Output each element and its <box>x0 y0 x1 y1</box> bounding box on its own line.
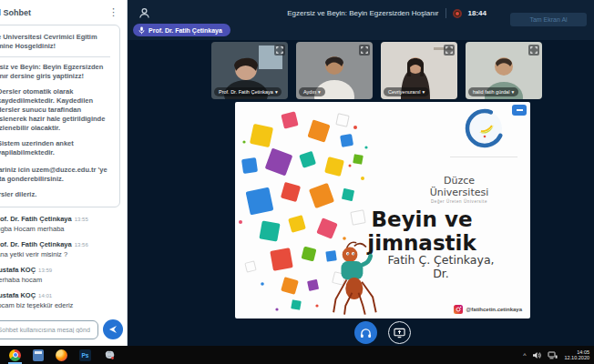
fullscreen-icon[interactable] <box>274 45 285 56</box>
chat-welcome-line: Düzce Universitesi Cevrimici Egitim Sist… <box>0 33 110 51</box>
message-time: 13:59 <box>38 268 52 273</box>
message-time: 13:56 <box>75 242 88 248</box>
chat-panel-title: Genel Sohbet <box>0 8 31 17</box>
fullscreen-icon[interactable] <box>528 45 539 56</box>
microphone-icon <box>138 26 145 35</box>
logo-divider <box>450 157 517 157</box>
fullscreen-icon[interactable] <box>444 45 455 56</box>
chat-info-line: Dersler otomatik olarak kaydedilmektedir… <box>0 87 110 133</box>
screen-share-button[interactable] <box>388 321 411 344</box>
chat-closing-line: Iyi dersler dileriz. <box>0 190 110 199</box>
clock-date: 12.10.2020 <box>564 355 589 361</box>
network-icon[interactable] <box>548 351 558 359</box>
instagram-icon <box>454 305 463 314</box>
meeting-title: Egzersiz ve Beyin: Beyin Egzersizden Hoş… <box>287 9 438 17</box>
chat-contact-line: Sorulariniz icin uzem@duzce.edu.tr 'ye e… <box>0 166 110 184</box>
record-timer: 18:44 <box>468 9 486 17</box>
webcam-tile[interactable]: Prof. Dr. Fatih Çetinkaya▾ <box>211 42 288 99</box>
fullscreen-icon[interactable] <box>359 45 370 56</box>
presenter-badge: Prof. Dr. Fatih Çetinkaya <box>133 24 230 36</box>
send-icon <box>108 325 118 334</box>
taskbar-calculator-icon[interactable] <box>33 346 44 364</box>
message-text: bana yetki verir misiniz ? <box>0 250 122 258</box>
fullscreen-tooltip: Tam Ekran Al <box>510 13 587 26</box>
chevron-down-icon: ▾ <box>318 89 321 95</box>
webcam-tile[interactable]: Aydın▾ <box>296 42 373 99</box>
chat-info-line: Sistem uzerinden anket yapilabilmektedir… <box>0 139 110 157</box>
webcam-name-pill[interactable]: Cevriyenuranıl▾ <box>384 87 429 96</box>
chat-welcome-box: Düzce Universitesi Cevrimici Egitim Sist… <box>0 25 120 207</box>
chat-message: Prof. Dr. Fatih Çetinkaya13:56 bana yetk… <box>0 240 122 258</box>
chat-message: Prof. Dr. Fatih Çetinkaya13:55 Tugba Hoc… <box>0 215 122 233</box>
chat-message-list: Prof. Dr. Fatih Çetinkaya13:55 Tugba Hoc… <box>0 207 128 309</box>
taskbar-firefox-icon[interactable] <box>56 346 67 364</box>
webcam-name-pill[interactable]: Prof. Dr. Fatih Çetinkaya▾ <box>214 87 282 96</box>
send-message-button[interactable] <box>103 319 123 339</box>
university-name: Düzce Üniversitesi <box>415 175 503 198</box>
tray-expand-chevron-icon[interactable]: ^ <box>523 352 526 359</box>
chat-message-input[interactable] <box>0 320 98 339</box>
presenter-badge-label: Prof. Dr. Fatih Çetinkaya <box>148 27 222 34</box>
record-indicator-icon[interactable] <box>453 9 462 18</box>
taskbar-brain-app-icon[interactable] <box>103 346 116 364</box>
message-text: Tugba Hocam merhaba <box>0 225 122 233</box>
message-author: Mustafa KOÇ <box>0 291 36 299</box>
taskbar-chrome-icon[interactable] <box>9 346 21 364</box>
volume-icon[interactable] <box>532 351 541 359</box>
university-logo <box>463 106 507 150</box>
screen-share-icon <box>394 328 405 339</box>
chat-message: Mustafa KOÇ14:01 Hocam biz teşekkür eder… <box>0 291 122 309</box>
headset-icon <box>360 328 372 339</box>
message-time: 14:01 <box>38 293 52 298</box>
chat-options-kebab-icon[interactable]: ⋮ <box>108 6 118 18</box>
chat-message: Mustafa KOÇ13:59 merhaba hocam <box>0 266 122 284</box>
participants-icon[interactable] <box>138 6 150 23</box>
message-author: Mustafa KOÇ <box>0 266 36 274</box>
slide-author: Fatih Ç. Çetinkaya, Dr. <box>379 253 503 280</box>
top-bar: Egzersiz ve Beyin: Beyin Egzersizden Hoş… <box>128 0 594 40</box>
taskbar-photoshop-icon[interactable]: Ps <box>79 346 91 364</box>
message-author: Prof. Dr. Fatih Çetinkaya <box>0 240 72 248</box>
chat-session-line: Egzersiz ve Beyin: Beyin Egzersizden Hoş… <box>0 63 110 81</box>
meeting-window: Egzersiz ve Beyin: Beyin Egzersizden Hoş… <box>0 0 594 364</box>
social-handle: @fatihcetin.cetinkaya <box>466 307 522 312</box>
message-text: Hocam biz teşekkür ederiz <box>0 301 122 309</box>
chat-welcome-divider <box>0 56 110 57</box>
webcam-tile[interactable]: Cevriyenuranıl▾ <box>381 42 457 99</box>
chat-panel: Genel Sohbet ⋮ Düzce Universitesi Cevrim… <box>0 0 128 346</box>
ant-illustration <box>323 238 388 317</box>
message-author: Prof. Dr. Fatih Çetinkaya <box>0 215 72 223</box>
minimize-presentation-button[interactable] <box>512 105 527 116</box>
university-tagline: Değer Üreten Üniversite <box>415 199 503 204</box>
divider <box>446 8 446 18</box>
message-text: merhaba hocam <box>0 276 122 284</box>
chevron-down-icon: ▾ <box>511 89 514 95</box>
join-audio-button[interactable] <box>354 321 377 344</box>
chevron-down-icon: ▾ <box>275 89 278 95</box>
windows-taskbar: Ps ^ 14:05 12.10.2020 <box>0 346 594 364</box>
action-bar <box>235 321 530 344</box>
taskbar-clock[interactable]: 14:05 12.10.2020 <box>564 349 589 361</box>
webcam-name-pill[interactable]: halid fatih gürdal▾ <box>468 87 518 96</box>
presentation-slide: Düzce Üniversitesi Değer Üreten Üniversi… <box>235 102 530 318</box>
webcam-tile[interactable]: halid fatih gürdal▾ <box>466 42 542 99</box>
chevron-down-icon: ▾ <box>422 89 425 95</box>
webcam-name-pill[interactable]: Aydın▾ <box>299 87 325 96</box>
message-time: 13:55 <box>75 217 88 222</box>
webcam-strip: Prof. Dr. Fatih Çetinkaya▾ Aydın▾ Cevriy… <box>211 42 542 99</box>
